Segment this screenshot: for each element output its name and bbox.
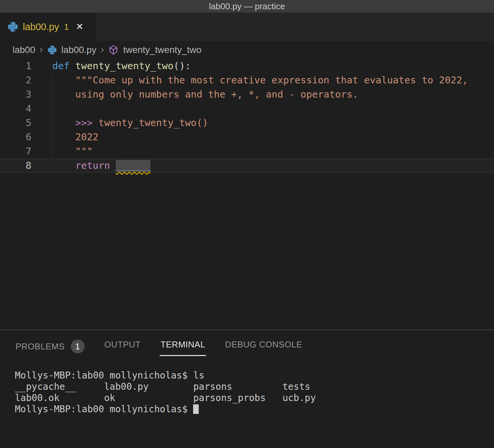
- bottom-panel: PROBLEMS1OUTPUTTERMINALDEBUG CONSOLE Mol…: [0, 330, 494, 448]
- breadcrumb-item-lab00[interactable]: lab00: [13, 45, 35, 55]
- line-number[interactable]: 4: [0, 102, 31, 116]
- code-text: """: [31, 144, 93, 158]
- breadcrumb-item-lab00-py[interactable]: lab00.py: [62, 45, 97, 55]
- code-token: twenty_twenty_two(): [99, 117, 208, 128]
- line-number[interactable]: 5: [0, 116, 31, 130]
- code-token: return: [75, 160, 110, 171]
- code-token: >>>: [75, 117, 93, 128]
- panel-tab-problems[interactable]: PROBLEMS1: [15, 330, 85, 360]
- code-token: twenty_twenty_two: [75, 60, 174, 71]
- panel-tab-output[interactable]: OUTPUT: [104, 330, 142, 356]
- window-title: lab00.py — practice: [209, 1, 285, 12]
- panel-tab-debug-console[interactable]: DEBUG CONSOLE: [225, 330, 303, 356]
- code-token: [93, 117, 98, 128]
- code-text: [31, 102, 52, 116]
- code-line[interactable]: 7 """: [0, 144, 494, 158]
- code-token: """: [52, 146, 93, 157]
- code-text: def twenty_twenty_two():: [31, 59, 191, 73]
- terminal-cursor: [193, 404, 199, 414]
- code-line[interactable]: 4: [0, 102, 494, 116]
- code-line[interactable]: 5 >>> twenty_twenty_two(): [0, 116, 494, 130]
- python-icon: [7, 21, 19, 32]
- code-token: [110, 160, 116, 171]
- terminal-line: Mollys-MBP:lab00 mollynicholas$ ls: [15, 370, 494, 381]
- terminal-output: Mollys-MBP:lab00 mollynicholas$ ls__pyca…: [15, 370, 494, 404]
- tab-bar: lab00.py 1 ✕: [0, 13, 494, 41]
- code-token: using only numbers and the +, *, and - o…: [52, 89, 358, 100]
- code-token: ():: [174, 60, 191, 71]
- line-number[interactable]: 6: [0, 130, 31, 144]
- code-editor[interactable]: 1def twenty_twenty_two():2 """Come up wi…: [0, 59, 494, 330]
- code-line[interactable]: 8 return ______: [0, 158, 494, 173]
- symbol-cube-icon: [108, 45, 119, 55]
- code-token: 2022: [52, 131, 99, 143]
- panel-tab-terminal[interactable]: TERMINAL: [160, 330, 206, 356]
- code-token: [52, 160, 75, 171]
- breadcrumb-item-symbol[interactable]: twenty_twenty_two: [123, 45, 201, 55]
- code-token: """Come up with the most creative expres…: [52, 74, 468, 86]
- line-number[interactable]: 7: [0, 144, 31, 158]
- code-line[interactable]: 6 2022: [0, 130, 494, 144]
- code-text: 2022: [31, 130, 99, 144]
- code-text: using only numbers and the +, *, and - o…: [31, 87, 358, 102]
- code-text: """Come up with the most creative expres…: [31, 73, 468, 87]
- python-icon: [47, 45, 57, 55]
- code-lines-container: 1def twenty_twenty_two():2 """Come up wi…: [0, 59, 494, 173]
- code-text: >>> twenty_twenty_two(): [31, 116, 208, 130]
- panel-tab-bar: PROBLEMS1OUTPUTTERMINALDEBUG CONSOLE: [0, 330, 494, 361]
- problems-count-badge: 1: [71, 339, 85, 353]
- code-token: [69, 60, 75, 71]
- panel-tab-label: DEBUG CONSOLE: [225, 339, 302, 350]
- chevron-right-icon: ›: [101, 44, 104, 55]
- panel-tab-label: PROBLEMS: [16, 341, 65, 352]
- code-text: return ______: [31, 159, 150, 172]
- code-line[interactable]: 1def twenty_twenty_two():: [0, 59, 494, 73]
- code-line[interactable]: 2 """Come up with the most creative expr…: [0, 73, 494, 87]
- panel-tab-label: TERMINAL: [160, 339, 205, 350]
- terminal-line: lab00.ok ok parsons_probs ucb.py: [15, 392, 494, 404]
- line-number[interactable]: 2: [0, 73, 31, 87]
- panel-tab-label: OUTPUT: [104, 339, 141, 350]
- breadcrumb: lab00 › lab00.py › twenty_twenty_two: [0, 41, 494, 59]
- code-line[interactable]: 3 using only numbers and the +, *, and -…: [0, 87, 494, 102]
- close-icon[interactable]: ✕: [76, 22, 83, 31]
- tab-label: lab00.py: [23, 22, 59, 32]
- line-number[interactable]: 1: [0, 59, 31, 73]
- code-token: [52, 117, 75, 128]
- terminal-prompt-line: Mollys-MBP:lab00 mollynicholas$: [15, 404, 494, 415]
- terminal[interactable]: Mollys-MBP:lab00 mollynicholas$ ls__pyca…: [0, 361, 494, 415]
- line-number[interactable]: 8: [0, 159, 31, 172]
- title-bar: lab00.py — practice: [0, 0, 494, 13]
- line-number[interactable]: 3: [0, 87, 31, 102]
- chevron-right-icon: ›: [40, 44, 43, 55]
- terminal-prompt: Mollys-MBP:lab00 mollynicholas$: [15, 404, 193, 415]
- terminal-line: __pycache__ lab00.py parsons tests: [15, 381, 494, 392]
- blank-placeholder-selection: ______: [116, 160, 150, 171]
- tab-lab00-py[interactable]: lab00.py 1 ✕: [0, 13, 97, 41]
- tab-problem-count: 1: [64, 22, 69, 32]
- code-token: def: [52, 60, 69, 71]
- indent-guide: [52, 74, 53, 159]
